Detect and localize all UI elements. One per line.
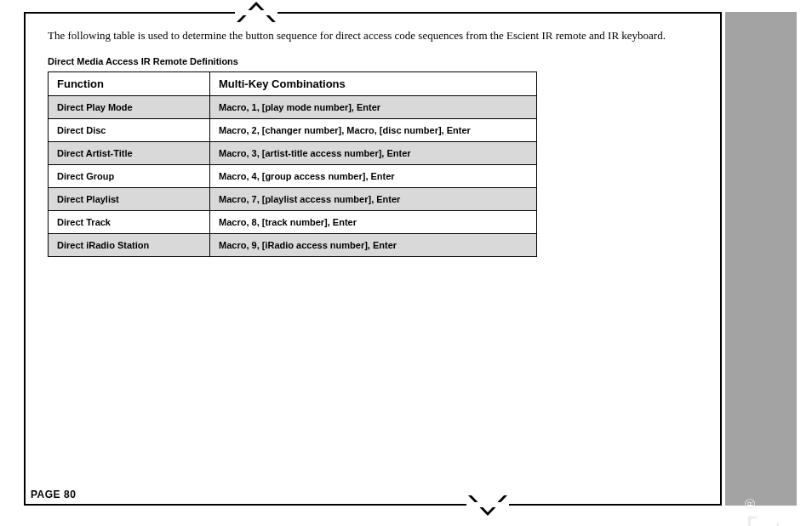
cell-combo: Macro, 2, [changer number], Macro, [disc… <box>210 119 537 142</box>
col-combinations: Multi-Key Combinations <box>210 72 537 96</box>
page-number: PAGE 80 <box>31 489 76 500</box>
document-page: The following table is used to determine… <box>24 12 722 506</box>
cell-fn: Direct Playlist <box>49 188 210 211</box>
bottom-notch <box>468 485 507 506</box>
table-row: Direct Track Macro, 8, [track number], E… <box>49 211 537 234</box>
cell-fn: Direct Track <box>49 211 210 234</box>
registered-icon: ® <box>743 499 758 509</box>
table-caption: Direct Media Access IR Remote Definition… <box>48 56 698 66</box>
cell-combo: Macro, 8, [track number], Enter <box>210 211 537 234</box>
table-row: Direct Playlist Macro, 7, [playlist acce… <box>49 188 537 211</box>
cell-fn: Direct Play Mode <box>49 96 210 119</box>
cell-combo: Macro, 7, [playlist access number], Ente… <box>210 188 537 211</box>
table-row: Direct Artist-Title Macro, 3, [artist-ti… <box>49 142 537 165</box>
table-row: Direct Play Mode Macro, 1, [play mode nu… <box>49 96 537 119</box>
intro-text: The following table is used to determine… <box>48 29 698 43</box>
top-notch <box>237 12 276 32</box>
table-row: Direct iRadio Station Macro, 9, [iRadio … <box>49 234 537 257</box>
brand-sidebar: FireBall™ SE-160i User's Manual ESCIENT … <box>725 12 797 506</box>
definitions-table: Function Multi-Key Combinations Direct P… <box>48 71 537 257</box>
cell-combo: Macro, 4, [group access number], Enter <box>210 165 537 188</box>
page-content: The following table is used to determine… <box>26 14 720 257</box>
cell-combo: Macro, 3, [artist-title access number], … <box>210 142 537 165</box>
cell-combo: Macro, 9, [iRadio access number], Enter <box>210 234 537 257</box>
cell-fn: Direct Group <box>49 165 210 188</box>
cell-combo: Macro, 1, [play mode number], Enter <box>210 96 537 119</box>
brand-logo-text: ESCIENT <box>737 512 790 526</box>
cell-fn: Direct Artist-Title <box>49 142 210 165</box>
table-header-row: Function Multi-Key Combinations <box>49 72 537 96</box>
cell-fn: Direct iRadio Station <box>49 234 210 257</box>
table-row: Direct Disc Macro, 2, [changer number], … <box>49 119 537 142</box>
cell-fn: Direct Disc <box>49 119 210 142</box>
table-row: Direct Group Macro, 4, [group access num… <box>49 165 537 188</box>
col-function: Function <box>49 72 210 96</box>
brand-block: FireBall™ SE-160i User's Manual ESCIENT … <box>737 494 790 526</box>
